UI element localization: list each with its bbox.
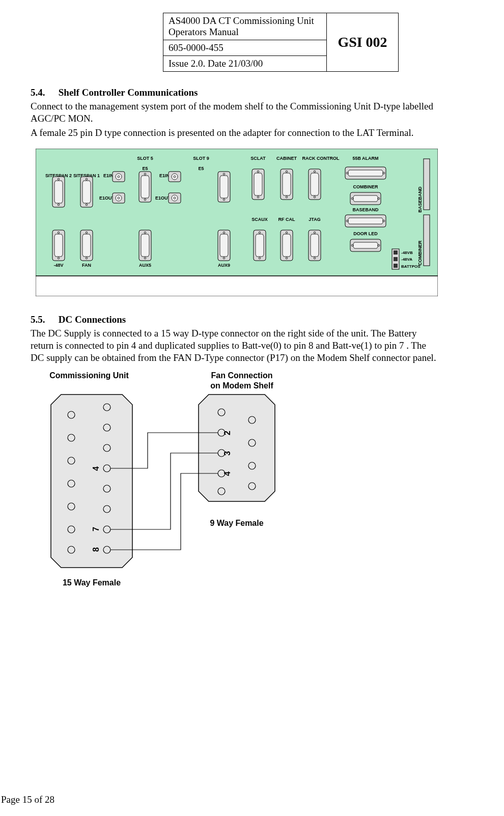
lbl-fan: FAN — [82, 263, 91, 268]
sec54-num: 5.4. — [31, 87, 56, 98]
lbl-slot5: SLOT 5 — [137, 156, 153, 161]
header-title1: AS4000 DA CT Commissioning Unit — [169, 15, 314, 26]
pin8-left: 8 — [92, 547, 100, 552]
sec54-p1: Connect to the management system port of… — [31, 100, 438, 125]
pin3-right: 3 — [223, 451, 232, 456]
lbl-baseband: BASEBAND — [352, 207, 379, 212]
lbl-e5-a: E5 — [142, 166, 148, 171]
sec55-title: DC Connections — [59, 314, 126, 325]
lbl-e5-b: E5 — [198, 166, 204, 171]
svg-rect-18 — [394, 264, 398, 268]
header-title2: Operators Manual — [169, 26, 239, 37]
header-docnum: 605-0000-455 — [163, 40, 327, 56]
connector-diagram: Commissioning Unit Fan Connection on Mod… — [41, 369, 468, 596]
lbl-doorled: DOOR LED — [353, 231, 378, 236]
doc-header: AS4000 DA CT Commissioning Unit Operator… — [163, 13, 399, 72]
lbl-combiner: COMBINER — [353, 184, 378, 189]
lbl-scaux: SCAUX — [251, 217, 268, 222]
lbl-aux5: AUX5 — [139, 263, 151, 268]
panel-diagram: SLOT 5 SLOT 9 SCLAT CABINET RACK CONTROL… — [36, 149, 468, 299]
lbl-side-baseband: BASEBAND — [417, 186, 423, 213]
lbl-e1in-a: E1IN — [103, 173, 114, 178]
sec55-p1: The DC Supply is connected to a 15 way D… — [31, 327, 438, 363]
section-5-4-head: 5.4. Shelf Controller Communications — [31, 87, 468, 98]
lbl-48vb: -48VB — [401, 250, 413, 255]
lbl-55b: 55B ALARM — [352, 156, 378, 161]
header-title-cell: AS4000 DA CT Commissioning Unit Operator… — [163, 13, 327, 40]
lbl-jtag: JTAG — [309, 217, 320, 222]
sec54-title: Shelf Controller Communications — [59, 87, 198, 98]
header-code: GSI 002 — [327, 13, 399, 72]
lbl-sclat: SCLAT — [250, 156, 266, 161]
pin4-right: 4 — [223, 471, 232, 476]
svg-rect-17 — [394, 257, 398, 261]
svg-rect-20 — [424, 215, 430, 266]
fig-right-caption: 9 Way Female — [210, 519, 263, 527]
pin4-left: 4 — [92, 466, 100, 471]
lbl-side-combiner: COMBINER — [417, 240, 423, 265]
lbl-rfcal: RF CAL — [278, 217, 295, 222]
lbl-slot9: SLOT 9 — [193, 156, 209, 161]
fig-right-title1: Fan Connection — [211, 371, 273, 380]
lbl-e1in-b: E1IN — [159, 173, 170, 178]
lbl-aux9: AUX9 — [218, 263, 230, 268]
svg-rect-16 — [394, 250, 398, 255]
fig-left-caption: 15 Way Female — [63, 578, 121, 587]
fig-left-title: Commissioning Unit — [49, 371, 129, 380]
lbl-48v: -48V — [53, 263, 63, 268]
section-5-5-head: 5.5. DC Connections — [31, 314, 468, 325]
pin7-left: 7 — [92, 527, 100, 531]
lbl-48va: -48VA — [401, 257, 412, 262]
lbl-cabinet: CABINET — [276, 156, 297, 161]
pin2-right: 2 — [223, 431, 232, 435]
lbl-rackcontrol: RACK CONTROL — [302, 156, 340, 161]
fig-right-title2: on Modem Shelf — [210, 381, 273, 390]
sec54-p2: A female 25 pin D type connection is pre… — [31, 127, 438, 139]
svg-rect-19 — [424, 159, 430, 210]
header-issue: Issue 2.0. Date 21/03/00 — [163, 56, 327, 72]
sec55-num: 5.5. — [31, 314, 56, 325]
